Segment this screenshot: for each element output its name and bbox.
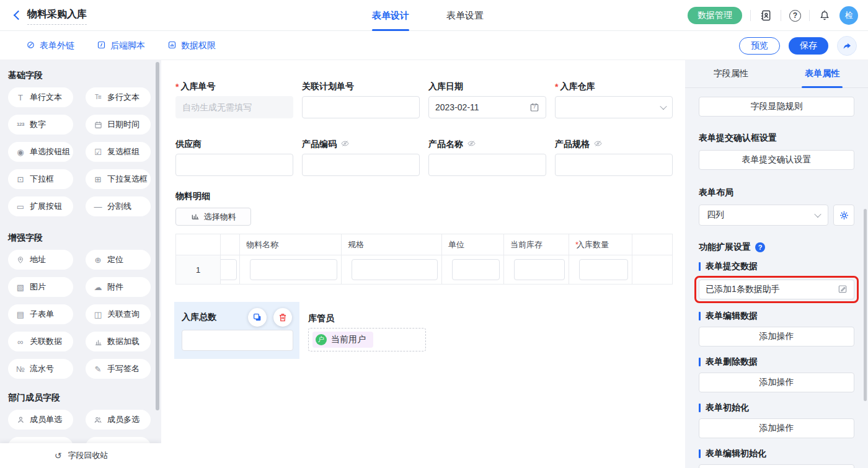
- add-action-button-edit-data[interactable]: 添加操作: [699, 327, 854, 347]
- supplier-input[interactable]: [175, 154, 293, 176]
- notification-bell-icon[interactable]: [818, 9, 831, 22]
- tab-field-properties[interactable]: 字段属性: [685, 60, 777, 87]
- external-link-item[interactable]: 表单外链: [26, 40, 74, 51]
- palette-item-image[interactable]: ▧图片: [8, 277, 73, 297]
- product-spec-input[interactable]: [555, 154, 673, 176]
- field-product-name[interactable]: 产品名称: [428, 138, 546, 176]
- tab-form-settings[interactable]: 表单设置: [446, 0, 484, 31]
- palette-item-member-multi[interactable]: 成员多选: [86, 410, 151, 430]
- field-inbound-date[interactable]: 入库日期 2023-02-11 7: [428, 81, 546, 118]
- material-name-input[interactable]: [250, 259, 337, 280]
- script-icon: [97, 40, 106, 51]
- palette-item-data-load[interactable]: 数据加载: [86, 332, 151, 351]
- member-value-box[interactable]: 户 当前用户: [308, 328, 426, 351]
- inbound-qty-input[interactable]: [579, 259, 628, 280]
- help-icon[interactable]: ?: [755, 242, 765, 252]
- select-material-button[interactable]: 选择物料: [175, 208, 251, 226]
- palette-item-divider[interactable]: ―分割线: [86, 196, 151, 216]
- panel-scrollbar[interactable]: [864, 209, 867, 401]
- serial-number-icon: №: [16, 365, 25, 373]
- copy-field-button[interactable]: [248, 308, 267, 327]
- inbound-qty-cell: [569, 255, 632, 284]
- tab-form-design[interactable]: 表单设计: [372, 0, 409, 31]
- palette-item-address[interactable]: 地址: [8, 250, 73, 270]
- permission-icon: [167, 40, 177, 51]
- palette-item-location[interactable]: ⊕定位: [86, 250, 151, 270]
- palette-item-single-line-text[interactable]: T单行文本: [8, 87, 73, 107]
- palette-item-serial-number[interactable]: №流水号: [8, 359, 73, 379]
- edit-icon[interactable]: [838, 284, 848, 296]
- palette-item-linked-query[interactable]: ◫关联查询: [86, 304, 151, 324]
- submit-confirm-section-title: 表单提交确认框设置: [699, 133, 854, 144]
- palette-item-linked-data[interactable]: ∞关联数据: [8, 332, 73, 351]
- palette-item-extend-button[interactable]: ▭扩展按钮: [8, 196, 73, 216]
- palette-item-number[interactable]: 123数字: [8, 115, 73, 135]
- member-fields-grid: 成员单选 成员多选: [8, 410, 151, 430]
- palette-item-checkbox-group[interactable]: ☑复选框组: [86, 142, 151, 162]
- user-avatar[interactable]: 检: [839, 6, 858, 25]
- product-code-input[interactable]: [302, 154, 420, 176]
- warehouse-select[interactable]: [555, 96, 673, 118]
- people-icon: [93, 416, 103, 424]
- group-title-edit-data: 表单编辑数据: [699, 311, 854, 322]
- palette-item-signature[interactable]: ✎手写签名: [86, 359, 151, 379]
- plan-no-input[interactable]: [302, 96, 420, 118]
- share-button[interactable]: [837, 36, 857, 56]
- data-manage-button[interactable]: 数据管理: [688, 7, 742, 24]
- section-marker: [699, 262, 701, 271]
- palette-item-member-single[interactable]: 成员单选: [8, 410, 73, 430]
- palette-item-subform[interactable]: ▤子表单: [8, 304, 73, 324]
- date-input[interactable]: 2023-02-11 7: [428, 96, 546, 118]
- field-plan-no[interactable]: 关联计划单号: [302, 81, 420, 118]
- add-action-button-delete-data[interactable]: 添加操作: [699, 373, 854, 392]
- palette-item-dropdown[interactable]: ⊡下拉框: [8, 169, 73, 189]
- divider: [750, 10, 751, 21]
- data-assistant-button[interactable]: 已添加1条数据助手: [699, 280, 854, 299]
- group-title-submit-data: 表单提交数据: [699, 261, 854, 272]
- add-action-button-form-init[interactable]: 添加操作: [699, 418, 854, 438]
- field-visibility-rules-button[interactable]: 字段显隐规则: [699, 97, 854, 117]
- back-icon[interactable]: [12, 11, 22, 20]
- section-marker: [699, 312, 701, 320]
- help-icon[interactable]: ?: [789, 10, 801, 22]
- palette-item-multi-dropdown[interactable]: ⊞下拉复选框: [86, 169, 151, 189]
- preview-button[interactable]: 预览: [739, 37, 780, 55]
- group-title-form-init: 表单初始化: [699, 402, 854, 413]
- field-warehouse[interactable]: *入库仓库: [555, 81, 673, 118]
- field-inbound-no[interactable]: *入库单号: [175, 81, 293, 118]
- selected-field-total[interactable]: 入库总数: [174, 302, 299, 359]
- field-product-code[interactable]: 产品编码: [302, 138, 420, 176]
- backend-script-item[interactable]: 后端脚本: [97, 40, 145, 51]
- field-warehouse-keeper[interactable]: 库管员 户 当前用户: [308, 302, 426, 359]
- clipped-cell-input[interactable]: [221, 259, 237, 280]
- save-button[interactable]: 保存: [789, 37, 828, 55]
- user-circle-icon: 户: [316, 334, 327, 345]
- palette-item-radio-group[interactable]: ◉单选按钮组: [8, 142, 73, 162]
- add-action-button-edit-init[interactable]: 添加操作: [699, 464, 854, 468]
- unit-input[interactable]: [452, 259, 500, 280]
- submit-confirm-settings-button[interactable]: 表单提交确认设置: [699, 150, 854, 170]
- layout-select[interactable]: 四列: [699, 205, 828, 226]
- data-permission-item[interactable]: 数据权限: [167, 40, 216, 51]
- palette-item-attachment[interactable]: ☁附件: [86, 277, 151, 297]
- field-supplier[interactable]: 供应商: [175, 138, 293, 176]
- contacts-book-icon[interactable]: [759, 9, 773, 22]
- form-title[interactable]: 物料采购入库: [27, 8, 87, 25]
- field-product-spec[interactable]: 产品规格: [555, 138, 673, 176]
- spec-input[interactable]: [352, 259, 438, 280]
- basic-fields-grid: T单行文本 T≡多行文本 123数字 日期时间 ◉单选按钮组 ☑复选框组 ⊡下拉…: [8, 87, 151, 216]
- current-stock-input[interactable]: [514, 259, 565, 280]
- inbound-no-input[interactable]: [175, 96, 293, 118]
- field-recycle-bin[interactable]: ↺ 字段回收站: [0, 443, 161, 468]
- tab-form-properties[interactable]: 表单属性: [777, 60, 868, 87]
- product-name-input[interactable]: [428, 154, 546, 176]
- section-marker: [699, 404, 701, 412]
- palette-item-multi-line-text[interactable]: T≡多行文本: [86, 87, 151, 107]
- delete-field-button[interactable]: [273, 308, 292, 327]
- palette-item-datetime[interactable]: 日期时间: [86, 115, 151, 135]
- current-user-tag[interactable]: 户 当前用户: [312, 332, 373, 348]
- divider-line-icon: ―: [93, 203, 103, 211]
- total-qty-input[interactable]: [182, 330, 293, 351]
- layout-settings-button[interactable]: [833, 205, 854, 226]
- sidebar-scrollbar[interactable]: [156, 62, 159, 410]
